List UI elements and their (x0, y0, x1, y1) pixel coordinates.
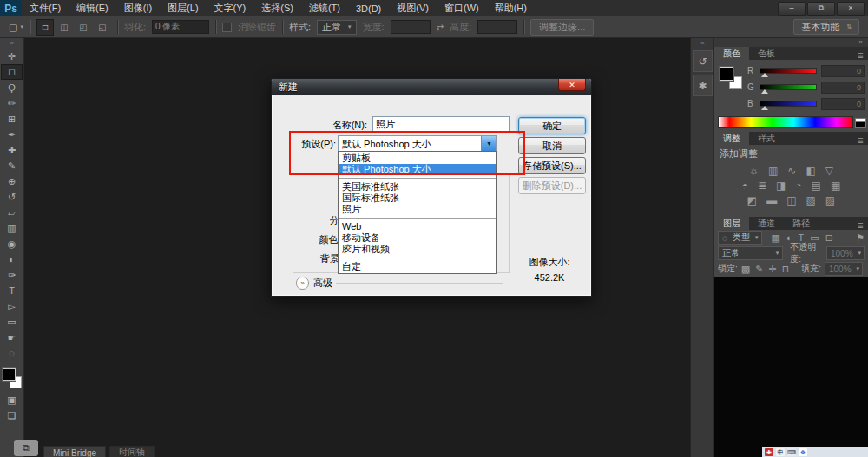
preset-option[interactable]: 照片 (339, 204, 496, 215)
eraser-tool[interactable]: ▱ (1, 205, 23, 220)
name-input[interactable] (372, 116, 510, 132)
adjustment-icon-0-0[interactable]: ☼ (749, 165, 759, 178)
adjustment-icon-1-4[interactable]: ▤ (812, 180, 821, 193)
tab-颜色[interactable]: 颜色 (714, 47, 749, 60)
filter-toggle-icon[interactable]: ⚑ (856, 233, 865, 243)
foreground-color-swatch[interactable] (720, 67, 733, 81)
workspace-switcher[interactable]: 基本功能 ⇅ (793, 19, 859, 35)
adjustment-icon-0-3[interactable]: ◧ (806, 165, 815, 178)
brush-tool[interactable]: ✎ (1, 158, 23, 173)
fill-dropdown[interactable]: 100% ▾ (825, 262, 863, 276)
collapse-tools-icon[interactable]: » (0, 38, 23, 49)
preset-option[interactable]: 自定 (339, 261, 496, 272)
height-input[interactable] (477, 20, 517, 34)
quick-selection-tool[interactable]: ✏ (1, 95, 23, 111)
tab-色板[interactable]: 色板 (749, 47, 784, 60)
cancel-button[interactable]: 取消 (518, 137, 586, 154)
dialog-close-button[interactable]: ✕ (558, 79, 586, 91)
dialog-title-bar[interactable]: 新建 (272, 79, 591, 95)
crop-tool[interactable]: ⊞ (1, 111, 23, 127)
menu-item-3[interactable]: 图层(L) (160, 0, 206, 16)
antialias-checkbox[interactable] (222, 23, 232, 32)
tray-app-icon[interactable]: ❖ (799, 448, 807, 456)
adjustment-icon-1-1[interactable]: ≣ (758, 180, 766, 193)
tab-图层[interactable]: 图层 (714, 217, 749, 230)
slider-thumb-icon[interactable] (761, 73, 768, 77)
menu-item-2[interactable]: 图像(I) (116, 0, 160, 16)
chevron-down-icon[interactable]: ▼ (481, 136, 496, 151)
expand-advanced-icon[interactable]: » (296, 277, 309, 290)
adjustment-icon-1-5[interactable]: ▦ (831, 180, 840, 193)
menu-item-1[interactable]: 编辑(E) (69, 0, 116, 16)
tab-调整[interactable]: 调整 (714, 132, 749, 145)
panel-color-swatches[interactable] (720, 67, 742, 89)
color-swatches[interactable] (3, 368, 22, 388)
channel-slider[interactable] (760, 101, 817, 107)
spectrum-endcaps[interactable] (855, 118, 865, 128)
lock-icon-2[interactable]: ✛ (768, 264, 776, 274)
intersect-selection-mode[interactable]: ◱ (94, 19, 111, 36)
color-spectrum-ramp[interactable] (718, 116, 853, 128)
new-selection-mode[interactable]: □ (36, 19, 54, 36)
style-dropdown[interactable]: 正常 ▾ (317, 20, 357, 35)
adjustment-icon-2-3[interactable]: ▧ (806, 194, 816, 207)
clone-stamp-tool[interactable]: ⊕ (1, 173, 23, 189)
panel-menu-icon[interactable]: ≣ (857, 221, 868, 230)
panel-menu-icon[interactable]: ≣ (857, 51, 868, 60)
adjustment-icon-2-0[interactable]: ◩ (747, 194, 757, 207)
blur-tool[interactable]: ◉ (1, 236, 23, 251)
preset-option[interactable]: 胶片和视频 (339, 244, 496, 255)
collapse-panels-icon[interactable]: » (714, 38, 868, 47)
black-swatch[interactable] (855, 121, 866, 128)
advanced-section-toggle[interactable]: » 高级 (296, 277, 332, 290)
preset-dropdown[interactable]: 默认 Photoshop 大小 ▼ (338, 135, 497, 152)
subtract-selection-mode[interactable]: ◰ (75, 19, 92, 36)
tab-路径[interactable]: 路径 (784, 217, 819, 230)
tool-preset-picker[interactable]: ▢ ▾ (9, 22, 23, 33)
history-panel-icon[interactable]: ↺ (693, 50, 713, 72)
expand-dock-icon[interactable]: « (691, 38, 714, 48)
eyedropper-tool[interactable]: ✒ (1, 127, 23, 142)
move-tool[interactable]: ✛ (1, 49, 23, 64)
adjustment-icon-2-2[interactable]: ◫ (786, 194, 796, 207)
menu-item-5[interactable]: 选择(S) (253, 0, 301, 16)
preset-option[interactable]: 默认 Photoshop 大小 (339, 164, 496, 175)
menu-item-6[interactable]: 滤镜(T) (301, 0, 348, 16)
preset-option[interactable]: 美国标准纸张 (339, 181, 496, 193)
save-preset-button[interactable]: 存储预设(S)... (518, 157, 586, 174)
width-input[interactable] (391, 20, 431, 34)
menu-item-8[interactable]: 视图(V) (389, 0, 437, 16)
filter-icon-4[interactable]: ⊡ (825, 233, 833, 243)
filter-kind-dropdown[interactable]: ◌ 类型 ▾ (718, 231, 762, 245)
swap-dimensions-icon[interactable]: ⇄ (437, 23, 444, 32)
preset-option[interactable]: 国际标准纸张 (339, 193, 496, 204)
menu-item-7[interactable]: 3D(D) (348, 0, 389, 16)
gradient-tool[interactable]: ▥ (1, 220, 23, 236)
slider-thumb-icon[interactable] (761, 89, 768, 94)
lock-icon-3[interactable]: ⊓ (782, 264, 790, 274)
lock-icon-1[interactable]: ✎ (755, 264, 763, 274)
minimize-button[interactable]: – (778, 2, 806, 16)
channel-value[interactable]: 0 (821, 65, 865, 77)
rectangular-marquee-tool[interactable]: □ (1, 64, 23, 80)
bottom-tab-Mini Bridge[interactable]: Mini Bridge (43, 446, 106, 457)
screen-mode-button[interactable]: ❏ (1, 408, 23, 423)
properties-panel-icon[interactable]: ✱ (693, 75, 713, 96)
adjustment-icon-0-4[interactable]: ▽ (825, 165, 833, 178)
rectangle-tool[interactable]: ▭ (1, 314, 23, 330)
adjustment-icon-2-4[interactable]: ▨ (825, 194, 835, 207)
filter-icon-0[interactable]: ▦ (771, 233, 779, 243)
mini-bridge-icon[interactable]: ⧉ (14, 440, 38, 456)
preset-option[interactable]: Web (339, 221, 496, 232)
dodge-tool[interactable]: ◐ (1, 251, 23, 267)
zoom-tool[interactable]: ◌ (1, 345, 23, 361)
ime-chinese-icon[interactable]: 中 (776, 448, 785, 456)
hand-tool[interactable]: ☛ (1, 330, 23, 345)
tab-样式[interactable]: 样式 (749, 132, 784, 145)
panel-menu-icon[interactable]: ≣ (857, 136, 868, 145)
channel-slider[interactable] (760, 84, 817, 90)
lasso-tool[interactable]: Ϙ (1, 80, 23, 95)
adjustment-icon-0-2[interactable]: ∿ (787, 165, 796, 178)
channel-value[interactable]: 0 (821, 98, 865, 110)
menu-item-10[interactable]: 帮助(H) (487, 0, 535, 16)
